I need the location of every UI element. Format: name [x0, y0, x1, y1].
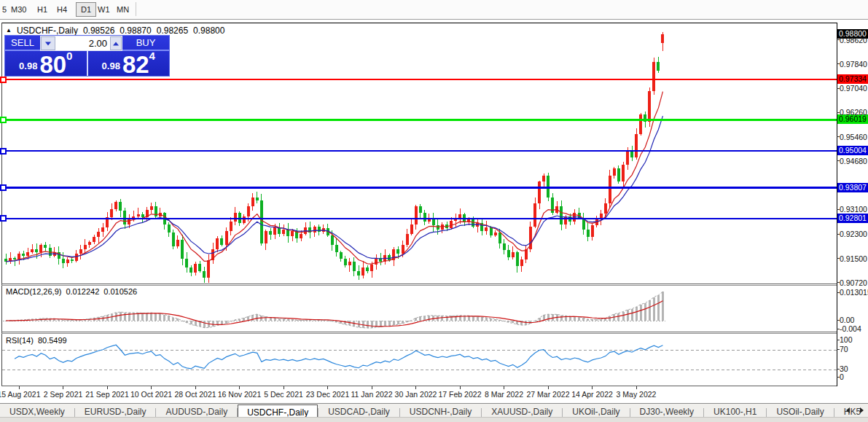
ohlc-high: 0.98870 — [120, 26, 151, 36]
triangle-up-icon — [113, 42, 119, 45]
rsi-name: RSI(14) — [6, 336, 34, 345]
macd-main-value: 0.012242 — [66, 287, 99, 296]
macd-pane — [5, 292, 664, 328]
price-level-badge: 0.92801 — [837, 214, 868, 223]
date-axis-label: 28 Oct 2021 — [174, 390, 216, 399]
price-axis-label: 0.97040 — [840, 84, 867, 93]
price-axis-label: 0.93100 — [840, 205, 867, 214]
macd-axis-label: 0.00 — [840, 316, 854, 324]
date-axis-label: 23 Dec 2021 — [306, 390, 350, 399]
timeframe-5[interactable]: 5 — [2, 5, 7, 14]
rsi-axis-label: 100 — [840, 335, 853, 344]
price-axis-label: 0.98620 — [840, 36, 867, 44]
sell-price-big: 80 — [39, 55, 66, 74]
date-axis-label: 11 Jan 2022 — [351, 390, 392, 399]
tab-ukoil-daily[interactable]: UKOil-,Daily — [563, 404, 629, 418]
tab-usoil-daily[interactable]: USOil-,Daily — [767, 404, 833, 418]
tab-xauusd-daily[interactable]: XAUUSD-,Daily — [482, 404, 562, 418]
buy-price-box[interactable]: 0.98 82 4 — [88, 51, 170, 76]
timeframe-mn[interactable]: MN — [117, 5, 129, 14]
ohlc-open: 0.98526 — [83, 26, 114, 36]
timeframe-h4[interactable]: H4 — [57, 5, 67, 14]
tab-scroll-arrows — [845, 407, 866, 414]
volume-stepper: 2.00 — [40, 36, 122, 51]
buy-price-prefix: 0.98 — [102, 60, 120, 71]
timeframe-m30[interactable]: M30 — [11, 5, 26, 14]
price-axis-label: 0.95460 — [840, 133, 867, 141]
date-axis-label: 15 Aug 2021 — [0, 390, 40, 399]
tab-dj30-weekly[interactable]: DJ30-,Weekly — [630, 404, 703, 418]
tab-uk100-h1[interactable]: UK100-,H1 — [704, 404, 766, 418]
price-level-badge: 0.93807 — [837, 183, 868, 192]
date-axis-label: 3 May 2022 — [617, 390, 657, 399]
tab-scroll-right-icon[interactable] — [859, 407, 866, 414]
sell-price-box[interactable]: 0.98 80 0 — [5, 51, 88, 76]
collapse-arrow-icon[interactable]: ▲ — [6, 26, 12, 36]
trading-terminal-window: 5M30H1H4D1W1MN ▲ USDCHF-,Daily 0.98526 0… — [0, 0, 868, 422]
date-axis-label: 30 Jan 2022 — [395, 390, 437, 399]
rsi-axis-label: 0 — [840, 372, 844, 381]
price-axis-label: 0.90720 — [840, 278, 867, 287]
tab-bar-bottom-strip — [0, 417, 868, 422]
macd-axis-label: 0.013015 — [840, 288, 868, 297]
date-axis-label: 8 Mar 2022 — [485, 390, 523, 399]
date-axis-label: 10 Oct 2021 — [130, 390, 172, 399]
buy-price-pip: 4 — [149, 50, 155, 62]
price-axis-label: 0.92300 — [840, 230, 867, 238]
macd-indicator-label: MACD(12,26,9) 0.012242 0.010526 — [6, 287, 137, 296]
tab-scroll-left-icon[interactable] — [845, 407, 852, 414]
price-level-badge: 0.97334 — [837, 74, 868, 84]
timeframe-w1[interactable]: W1 — [98, 5, 110, 14]
date-axis-label: 14 Apr 2022 — [571, 390, 613, 399]
date-axis-label: 21 Sep 2021 — [85, 390, 129, 399]
tab-eurusd-daily[interactable]: EURUSD-,Daily — [75, 404, 156, 418]
rsi-indicator-label: RSI(14) 80.5499 — [6, 336, 67, 345]
triangle-down-icon — [45, 42, 51, 45]
volume-input[interactable]: 2.00 — [55, 36, 110, 50]
price-axis-label: 0.97840 — [840, 60, 867, 69]
sell-button[interactable]: SELL — [5, 36, 40, 51]
ohlc-low: 0.98265 — [157, 26, 188, 36]
buy-button[interactable]: BUY — [122, 36, 169, 51]
symbol-label: USDCHF-,Daily — [17, 26, 78, 36]
chart-title: ▲ USDCHF-,Daily 0.98526 0.98870 0.98265 … — [6, 26, 224, 36]
rsi-value: 80.5499 — [38, 336, 67, 345]
date-axis-label: 17 Feb 2022 — [439, 390, 482, 399]
one-click-trade-panel: SELL 2.00 BUY 0.98 80 0 0.98 82 4 — [4, 35, 170, 77]
timeframe-d1[interactable]: D1 — [76, 2, 96, 17]
tab-usdcnh-daily[interactable]: USDCNH-,Daily — [400, 404, 481, 418]
price-axis-label: 0.91500 — [840, 254, 867, 263]
volume-increase-button[interactable] — [110, 36, 122, 50]
date-axis-label: 27 Mar 2022 — [527, 390, 570, 399]
tab-usdx-weekly[interactable]: USDX,Weekly — [0, 404, 74, 418]
date-axis-label: 5 Dec 2021 — [264, 390, 303, 399]
date-axis-label: 2 Sep 2021 — [44, 390, 83, 399]
sell-price-pip: 0 — [66, 50, 72, 62]
macd-name: MACD(12,26,9) — [6, 287, 61, 296]
sell-price-prefix: 0.98 — [19, 60, 37, 71]
timeframe-h1[interactable]: H1 — [37, 5, 47, 14]
rsi-axis-label: 70 — [840, 345, 848, 353]
buy-price-big: 82 — [122, 55, 149, 74]
date-axis-label: 16 Nov 2021 — [218, 390, 262, 399]
price-axis-label: 0.94680 — [840, 157, 867, 165]
volume-decrease-button[interactable] — [41, 36, 55, 50]
price-level-badge: 0.95004 — [837, 146, 868, 155]
tab-audusd-daily[interactable]: AUDUSD-,Daily — [156, 404, 237, 418]
macd-signal-value: 0.010526 — [103, 287, 137, 296]
price-axis-label: 0.96260 — [840, 108, 867, 117]
macd-axis-label: -0.004 — [840, 324, 861, 333]
timeframe-toolbar: 5M30H1H4D1W1MN — [0, 0, 868, 20]
tab-usdcad-daily[interactable]: USDCAD-,Daily — [318, 404, 399, 418]
toolbar-separator — [136, 2, 136, 16]
ohlc-close: 0.98800 — [193, 26, 224, 36]
